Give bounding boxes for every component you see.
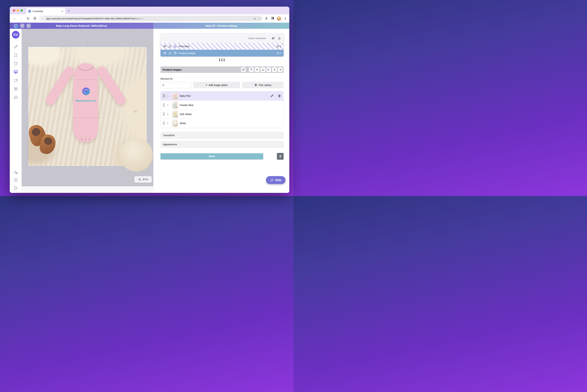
lock-all-icon[interactable]	[277, 36, 281, 40]
zoom-control[interactable]: 67%	[134, 176, 152, 183]
account-settings-icon[interactable]	[13, 170, 18, 175]
reload-icon[interactable]: ↻	[26, 16, 30, 20]
download-icon[interactable]	[265, 16, 268, 20]
section-title: Product images	[163, 68, 240, 71]
plus-icon: +	[206, 83, 207, 87]
pages-icon[interactable]	[13, 78, 18, 83]
align-right-icon[interactable]	[278, 67, 283, 72]
url-extra-text: se	[253, 17, 256, 20]
image-option-row[interactable]: 2. Powder Blue	[161, 100, 283, 110]
help-button[interactable]: Help	[266, 176, 285, 184]
drag-handle-icon[interactable]	[163, 122, 165, 125]
undo-button[interactable]: ↺	[20, 24, 24, 28]
layers-card: Select unlocked ·	[160, 34, 284, 56]
side-panel-icon[interactable]	[271, 16, 274, 20]
browser-menu-icon[interactable]: ⋮	[284, 17, 287, 20]
tab-customily[interactable]: Customily ×	[26, 8, 65, 14]
print-area-label: Maximum print area	[70, 100, 102, 102]
site-info-icon[interactable]	[40, 16, 44, 21]
pick-library-button[interactable]: Pick Library	[242, 82, 284, 88]
visibility-eye-icon[interactable]	[163, 44, 167, 48]
customily-logo-icon	[13, 23, 18, 28]
option-thumbnail	[172, 111, 178, 118]
back-icon[interactable]: ←	[12, 16, 17, 20]
layer-name: Product images	[179, 52, 275, 54]
address-bar[interactable]: app.customily.com/createProduct2?templat…	[39, 16, 262, 21]
product-images-section-header: Product images	[160, 66, 284, 73]
align-center-icon[interactable]	[272, 67, 277, 72]
trash-icon	[279, 155, 282, 158]
option-thumbnail	[172, 120, 178, 127]
design-canvas[interactable]: Maximum print area 67%	[21, 29, 153, 193]
close-window-button[interactable]	[13, 10, 15, 12]
hide-all-icon[interactable]	[271, 36, 275, 40]
element-id-input[interactable]	[160, 82, 191, 88]
add-image-option-button[interactable]: + Add image option	[193, 82, 240, 88]
palette-icon	[173, 51, 177, 55]
customily-watermark-icon	[82, 88, 90, 95]
image-option-row[interactable]: 1. Baby Pink	[161, 91, 283, 100]
minimize-window-button[interactable]	[17, 10, 19, 12]
expand-icon[interactable]	[241, 67, 246, 72]
inbox-icon[interactable]	[13, 95, 18, 100]
fullscreen-window-button[interactable]	[20, 10, 23, 12]
tab-strip: Customily × +	[10, 7, 289, 14]
canvas-scroll-strip[interactable]	[21, 186, 153, 193]
mockup-editor-icon[interactable]	[13, 70, 18, 74]
align-left-icon[interactable]	[266, 67, 271, 72]
drag-handle-icon[interactable]	[163, 113, 165, 116]
magnifier-icon	[138, 178, 141, 181]
mockup-artboard[interactable]: Maximum print area	[28, 47, 147, 166]
layer-row-product-images[interactable]: Product images ID 2	[160, 50, 284, 56]
logout-icon[interactable]	[13, 186, 18, 190]
edit-pencil-icon[interactable]	[270, 94, 274, 98]
align-bottom-icon[interactable]	[261, 67, 265, 72]
layer-row-print-area[interactable]: Print Area ID 1	[160, 43, 284, 50]
unlock-icon[interactable]	[168, 44, 172, 48]
printer-icon	[173, 44, 177, 48]
image-option-row[interactable]: 3. Soft Yellow	[161, 110, 283, 118]
profile-avatar[interactable]	[277, 16, 281, 21]
layer-name: Print Area	[179, 45, 275, 48]
max-print-area: Maximum print area	[69, 80, 102, 118]
help-bubble-icon[interactable]	[13, 178, 18, 182]
transform-accordion[interactable]: Transform	[160, 132, 284, 138]
drag-handle-icon[interactable]	[163, 94, 165, 98]
tshirt-icon[interactable]	[13, 61, 18, 66]
bookmark-star-icon[interactable]: ☆	[258, 17, 260, 20]
new-tab-button[interactable]: +	[68, 9, 70, 13]
browser-toolbar: ← → ↻ app.customily.com/createProduct2?t…	[10, 14, 289, 23]
toolbar-right: ⋮	[265, 16, 287, 21]
store-icon[interactable]	[13, 86, 18, 91]
unlock-icon[interactable]	[168, 51, 172, 55]
option-thumbnail	[172, 92, 178, 100]
align-top-icon[interactable]	[249, 67, 254, 72]
layer-id: ID 1	[277, 45, 281, 48]
close-tab-icon[interactable]: ×	[61, 10, 64, 13]
image-option-row[interactable]: 4. White	[161, 118, 283, 128]
step-title: Step 2/3 - Preview settings	[205, 24, 237, 27]
rocket-icon[interactable]	[13, 44, 18, 49]
visibility-eye-icon[interactable]	[163, 51, 167, 55]
customily-app: ↺ ↻ Baby Long Sleeve Bodysuit: 1000x1000…	[10, 23, 289, 193]
align-middle-icon[interactable]	[255, 67, 259, 72]
element-id-label: Element ID	[160, 78, 284, 80]
browser-window: Customily × + ← → ↻ app.customily.com/cr…	[10, 7, 289, 193]
step-header: Step 2/3 - Preview settings	[153, 23, 289, 29]
done-button[interactable]: Done	[160, 153, 263, 160]
editor-top-bar: ↺ ↻ Baby Long Sleeve Bodysuit: 1000x1000…	[10, 23, 153, 29]
home-icon[interactable]	[32, 16, 37, 21]
delete-element-button[interactable]	[277, 153, 284, 160]
select-unlocked-label: Select unlocked	[248, 37, 266, 40]
drag-handle-icon[interactable]	[163, 104, 165, 107]
appearance-accordion[interactable]: Appearance	[160, 141, 284, 148]
workspace-avatar[interactable]: CU	[12, 31, 19, 38]
document-icon[interactable]	[13, 53, 18, 58]
resize-handle[interactable]	[87, 166, 88, 168]
panel-drag-handle[interactable]	[219, 58, 225, 61]
forward-icon[interactable]: →	[19, 16, 23, 20]
app-sidebar: CU	[10, 29, 21, 193]
rotate-handle[interactable]	[87, 42, 88, 47]
delete-trash-icon[interactable]	[278, 94, 281, 98]
redo-button[interactable]: ↻	[26, 24, 31, 28]
